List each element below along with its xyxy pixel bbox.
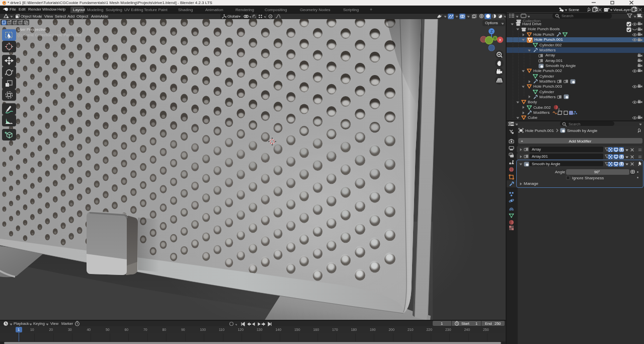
svg-text:Z: Z xyxy=(491,29,493,34)
svg-text:X: X xyxy=(499,38,501,42)
svg-text:Y: Y xyxy=(494,37,497,40)
